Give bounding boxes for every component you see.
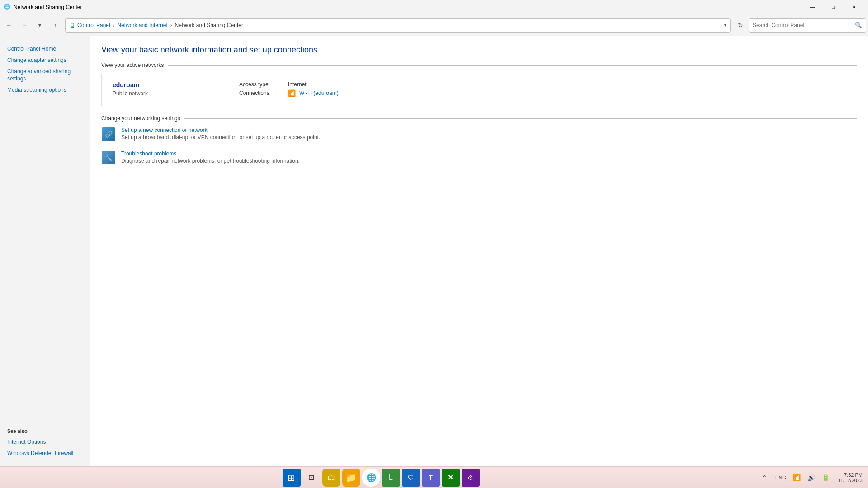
breadcrumb-network-internet[interactable]: Network and Internet xyxy=(117,22,167,28)
troubleshoot-link[interactable]: Troubleshoot problems xyxy=(121,150,300,157)
main-area: Control Panel Home Change adapter settin… xyxy=(0,36,868,466)
access-type-label: Access type: xyxy=(239,81,284,88)
window-title: Network and Sharing Center xyxy=(14,4,82,10)
network-name-col: eduroam Public network xyxy=(102,74,228,106)
breadcrumb-control-panel[interactable]: Control Panel xyxy=(77,22,110,28)
file-explorer-button[interactable]: 🗂 xyxy=(322,469,340,487)
app2-button[interactable]: ⚙ xyxy=(462,469,480,487)
setup-connection-icon-wrap: 🔗 xyxy=(101,127,116,141)
breadcrumb-sep-1: › xyxy=(113,23,115,28)
maximize-button[interactable]: □ xyxy=(823,0,844,14)
address-bar-icon: 🖥 xyxy=(69,22,75,29)
wifi-signal-icon: 📶 xyxy=(288,89,296,97)
content-area: View your basic network information and … xyxy=(90,36,868,466)
troubleshoot-icon-wrap: 🔧 xyxy=(101,150,116,165)
task-view-button[interactable]: ⊡ xyxy=(302,469,321,487)
page-title: View your basic network information and … xyxy=(101,45,857,55)
app1-button[interactable]: 🛡 xyxy=(402,469,420,487)
see-also-section: See also Internet Options Windows Defend… xyxy=(0,428,90,459)
refresh-button[interactable]: ↻ xyxy=(733,18,748,33)
xbox-button[interactable]: ✕ xyxy=(442,469,460,487)
volume-tray-icon[interactable]: 🔊 xyxy=(805,471,818,484)
taskbar-icons: ⊞ ⊡ 🗂 📁 🌐 L 🛡 T ✕ ⚙ xyxy=(4,469,758,487)
search-input[interactable] xyxy=(753,22,853,28)
system-tray: ⌃ ENG 📶 🔊 🔋 xyxy=(758,471,832,484)
network-type: Public network xyxy=(113,90,217,97)
minimize-button[interactable]: — xyxy=(802,0,823,14)
sidebar-item-change-advanced-sharing[interactable]: Change advanced sharing settings xyxy=(0,66,90,85)
active-networks-line xyxy=(168,65,857,66)
search-bar: 🔍 xyxy=(749,18,866,33)
close-button[interactable]: ✕ xyxy=(844,0,864,14)
network-card: eduroam Public network Access type: Inte… xyxy=(101,74,848,106)
up-button[interactable]: ↑ xyxy=(48,18,62,33)
tray-chevron[interactable]: ⌃ xyxy=(758,471,771,484)
window-icon: 🌐 xyxy=(4,4,11,11)
title-bar: 🌐 Network and Sharing Center — □ ✕ xyxy=(0,0,868,14)
setup-connection-text: Set up a new connection or network Set u… xyxy=(121,127,320,141)
access-type-value: Internet xyxy=(288,81,307,88)
title-bar-left: 🌐 Network and Sharing Center xyxy=(4,4,82,11)
window-controls: — □ ✕ xyxy=(802,0,864,14)
troubleshoot-text: Troubleshoot problems Diagnose and repai… xyxy=(121,150,300,164)
sidebar-item-media-streaming[interactable]: Media streaming options xyxy=(0,84,90,96)
connections-row: Connections: 📶 Wi-Fi (eduroam) xyxy=(239,89,837,97)
sidebar: Control Panel Home Change adapter settin… xyxy=(0,36,90,466)
clock-date: 11/12/2023 xyxy=(838,478,863,483)
teams-button[interactable]: T xyxy=(422,469,440,487)
troubleshoot-desc: Diagnose and repair network problems, or… xyxy=(121,158,300,164)
access-type-row: Access type: Internet xyxy=(239,81,837,88)
sidebar-item-control-panel-home[interactable]: Control Panel Home xyxy=(0,43,90,55)
sidebar-item-change-adapter[interactable]: Change adapter settings xyxy=(0,55,90,66)
battery-tray-icon[interactable]: 🔋 xyxy=(820,471,832,484)
search-button[interactable]: 🔍 xyxy=(855,22,862,28)
clock-display[interactable]: 7:32 PM 11/12/2023 xyxy=(836,470,864,485)
see-also-firewall[interactable]: Windows Defender Firewall xyxy=(7,448,83,459)
folder-button[interactable]: 📁 xyxy=(342,469,360,487)
breadcrumb-sep-2: › xyxy=(170,23,172,28)
forward-button[interactable]: → xyxy=(17,18,32,33)
logfile-button[interactable]: L xyxy=(382,469,400,487)
troubleshoot-item[interactable]: 🔧 Troubleshoot problems Diagnose and rep… xyxy=(101,150,857,165)
taskbar: ⊞ ⊡ 🗂 📁 🌐 L 🛡 T ✕ ⚙ ⌃ ENG 📶 🔊 🔋 7:32 PM … xyxy=(0,466,868,488)
network-info-col: Access type: Internet Connections: 📶 Wi-… xyxy=(228,74,848,106)
back-button[interactable]: ← xyxy=(2,18,16,33)
language-indicator[interactable]: ENG xyxy=(773,473,789,482)
address-bar: 🖥 Control Panel › Network and Internet ›… xyxy=(65,18,731,33)
connections-label: Connections: xyxy=(239,90,284,96)
setup-connection-icon: 🔗 xyxy=(102,127,115,141)
active-networks-header: View your active networks xyxy=(101,62,857,68)
chrome-button[interactable]: 🌐 xyxy=(362,469,380,487)
change-settings-label: Change your networking settings xyxy=(101,115,180,122)
nav-bar: ← → ▾ ↑ 🖥 Control Panel › Network and In… xyxy=(0,14,868,36)
wifi-tray-icon[interactable]: 📶 xyxy=(791,471,803,484)
see-also-internet-options[interactable]: Internet Options xyxy=(7,436,83,448)
setup-connection-item[interactable]: 🔗 Set up a new connection or network Set… xyxy=(101,127,857,141)
change-settings-header: Change your networking settings xyxy=(101,115,857,122)
setup-connection-link[interactable]: Set up a new connection or network xyxy=(121,127,320,133)
clock-time: 7:32 PM xyxy=(838,472,863,478)
active-networks-label: View your active networks xyxy=(101,62,164,68)
taskbar-right: ⌃ ENG 📶 🔊 🔋 7:32 PM 11/12/2023 xyxy=(758,470,864,485)
settings-items: 🔗 Set up a new connection or network Set… xyxy=(101,127,857,165)
change-settings-line xyxy=(184,118,857,119)
start-button[interactable]: ⊞ xyxy=(283,469,301,487)
setup-connection-desc: Set up a broadband, dial-up, or VPN conn… xyxy=(121,134,320,141)
wifi-connection-link[interactable]: Wi-Fi (eduroam) xyxy=(299,90,339,96)
troubleshoot-icon: 🔧 xyxy=(102,151,115,164)
address-bar-dropdown[interactable]: ▾ xyxy=(724,23,726,28)
breadcrumb-current: Network and Sharing Center xyxy=(175,22,243,28)
network-name: eduroam xyxy=(113,81,217,89)
recent-locations-button[interactable]: ▾ xyxy=(33,18,47,33)
see-also-title: See also xyxy=(7,428,83,434)
